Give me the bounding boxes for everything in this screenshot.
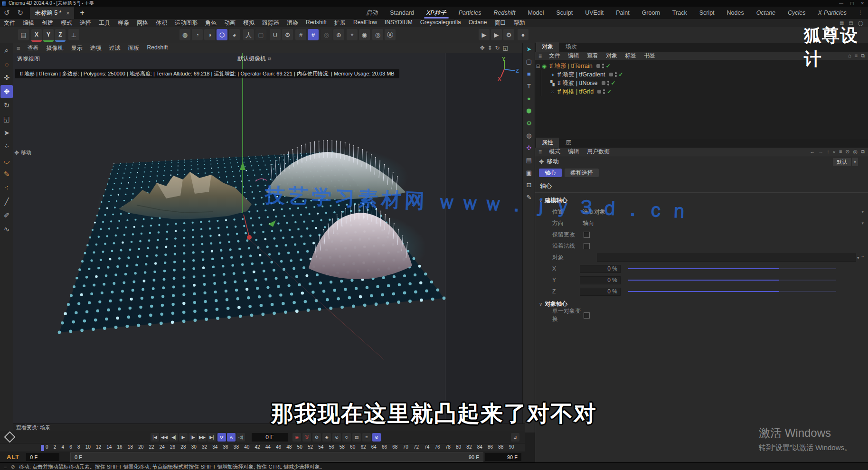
object-name[interactable]: tf 噪波 | tfNoise [557, 79, 598, 87]
object-row[interactable]: ▚tf 噪波 | tfNoise✓ [535, 79, 868, 87]
enable-dots-icon[interactable] [607, 81, 609, 85]
om-tab-场次[interactable]: 场次 [560, 42, 583, 52]
render-view-icon[interactable]: ▶ [479, 29, 490, 40]
viewport-menu-Redshift[interactable]: Redshift [143, 44, 172, 52]
make-editable-icon[interactable]: ◍ [179, 29, 190, 40]
maximize-view-icon[interactable]: ◱ [503, 45, 508, 51]
om-tab-对象[interactable]: 对象 [536, 42, 559, 52]
workplane-lock-icon[interactable]: ⌖ [347, 29, 358, 40]
show-fcurves-button[interactable]: ⊿ [511, 433, 519, 442]
prev-frame-button[interactable]: ◀| [170, 433, 178, 442]
slider-track[interactable] [628, 280, 779, 281]
enable-dots-icon[interactable] [603, 89, 605, 94]
value-input[interactable]: 0 % [580, 288, 621, 296]
subdivision-surface-icon[interactable]: ● [524, 94, 534, 103]
chevron-down-icon[interactable]: ▾ [861, 209, 864, 214]
zoom-view-icon[interactable]: ⇕ [488, 45, 492, 51]
filter-icon[interactable]: ≡ [855, 53, 858, 59]
spline-sketch-icon[interactable]: ∿ [0, 223, 13, 236]
spline-pen-icon[interactable]: ✎ [0, 168, 13, 181]
tool-option-轴心[interactable]: 轴心 [539, 169, 562, 177]
layout-menu-Redshift[interactable]: Redshift [488, 7, 522, 19]
am-menu-模式[interactable]: 模式 [545, 148, 564, 156]
record-pla-toggle[interactable]: ≡ [362, 433, 371, 442]
selection-palette-icon[interactable]: ➤ [524, 44, 534, 54]
group-header[interactable]: ∨对象轴心 [535, 297, 868, 310]
keyframe-selection-button[interactable]: ⚙ [312, 433, 321, 442]
more-layouts-icon[interactable]: ⋮ [853, 9, 868, 16]
keyframe-marker-icon[interactable] [4, 431, 15, 442]
layout-menu-启动[interactable]: 启动 [359, 7, 384, 19]
effector-icon[interactable]: ⚙ [524, 118, 534, 128]
current-frame-field[interactable]: 0 F [252, 433, 288, 442]
am-tab-属性[interactable]: 属性 [536, 138, 559, 148]
value-input[interactable]: 0 % [580, 276, 621, 284]
om-menu-对象[interactable]: 对象 [602, 52, 621, 60]
move-tool-icon[interactable]: ✥ [0, 85, 13, 98]
new-tab-button[interactable]: + [74, 9, 90, 17]
menu-创建[interactable]: 创建 [38, 19, 57, 27]
object-row[interactable]: ⊟◉tf 地形 | tfTerrain✓ [535, 62, 868, 70]
chevron-down-icon[interactable]: ▾ [861, 221, 864, 226]
checkbox[interactable] [584, 312, 590, 319]
play-button[interactable]: ▶ [179, 433, 188, 442]
layout-menu-Script[interactable]: Script [693, 7, 721, 19]
camera-popout-icon[interactable]: ⧉ [268, 56, 271, 62]
om-menu-书签[interactable]: 书签 [640, 52, 659, 60]
expander-icon[interactable]: ⊟ [535, 64, 541, 69]
viewport-menu-icon[interactable]: ≡ [13, 45, 24, 52]
timeline-ruler[interactable]: 0246810121416182022242628303234363840424… [0, 443, 525, 452]
menu-Greyscalegorilla[interactable]: Greyscalegorilla [416, 19, 465, 27]
menu-Octane[interactable]: Octane [465, 19, 491, 27]
am-menu-用户数据[interactable]: 用户数据 [583, 148, 613, 156]
viewport-menu-选项[interactable]: 选项 [86, 44, 105, 52]
quantize-grid-icon[interactable]: # [308, 29, 319, 40]
rectangle-select-icon[interactable]: ▢ [524, 56, 534, 66]
next-frame-button[interactable]: |▶ [189, 433, 197, 442]
tool-option-柔和选择[interactable]: 柔和选择 [565, 169, 599, 177]
autokey-button[interactable]: Ⓐ [302, 433, 311, 442]
snap-settings-icon[interactable]: ⚙ [282, 29, 293, 40]
rotate-view-icon[interactable]: ↻ [495, 45, 500, 51]
minimize-button[interactable]: — [839, 1, 843, 6]
view-label[interactable]: 透视视图 [17, 55, 40, 63]
object-link-field[interactable] [597, 254, 856, 262]
menu-RealFlow[interactable]: RealFlow [349, 19, 381, 27]
sound-toggle[interactable]: ◁) [236, 433, 245, 442]
rotate-tool-icon[interactable]: ↻ [0, 99, 13, 112]
object-name[interactable]: tf 渐变 | tfGradient [557, 71, 605, 79]
render-region-icon[interactable]: ⊡ [524, 180, 534, 190]
object-row[interactable]: ◑tf 渐变 | tfGradient✓ [535, 70, 868, 79]
goto-start-button[interactable]: |◀ [151, 433, 159, 442]
record-rotation-toggle[interactable]: ↻ [342, 433, 351, 442]
points-mode-icon[interactable]: ◔ [192, 29, 203, 40]
viewport-menu-显示[interactable]: 显示 [67, 44, 86, 52]
menu-跟踪器[interactable]: 跟踪器 [258, 19, 283, 27]
search-icon[interactable]: ⌕ [833, 149, 836, 155]
record-parameter-toggle[interactable]: ▤ [352, 433, 361, 442]
record-keyframe-button[interactable]: ◉ [292, 433, 301, 442]
coordinate-system-icon[interactable]: ⊥ [68, 29, 79, 40]
viewport-menu-摄像机[interactable]: 摄像机 [43, 44, 67, 52]
layout-menu-XP粒子[interactable]: XP粒子 [420, 7, 453, 19]
cloner-icon[interactable]: ⬢ [524, 106, 534, 116]
end-frame-field[interactable]: 90 F [485, 453, 521, 461]
viewport-canvas[interactable] [13, 53, 522, 424]
menu-扩展[interactable]: 扩展 [330, 19, 349, 27]
slider-track[interactable] [628, 268, 779, 269]
layer-square-icon[interactable] [602, 81, 605, 85]
om-menu-标签[interactable]: 标签 [621, 52, 640, 60]
axis-modify-icon[interactable]: ⊕ [333, 29, 344, 40]
menu-渲染[interactable]: 渲染 [283, 19, 302, 27]
layer-square-icon[interactable] [597, 90, 601, 94]
group-header[interactable]: ∨建模轴心 [535, 194, 868, 206]
point-pen-icon[interactable]: ⁖ [0, 181, 13, 195]
am-tab-层[interactable]: 层 [560, 138, 577, 148]
enable-snap-icon[interactable]: U [270, 29, 281, 40]
menu-文件[interactable]: 文件 [0, 19, 19, 27]
scale-tool-icon[interactable]: ◱ [0, 113, 13, 126]
slider-track[interactable] [628, 291, 779, 292]
texture-mode-icon[interactable]: ▢ [255, 29, 266, 40]
layout-menu-Nodes[interactable]: Nodes [721, 7, 750, 19]
menu-选择[interactable]: 选择 [76, 19, 95, 27]
